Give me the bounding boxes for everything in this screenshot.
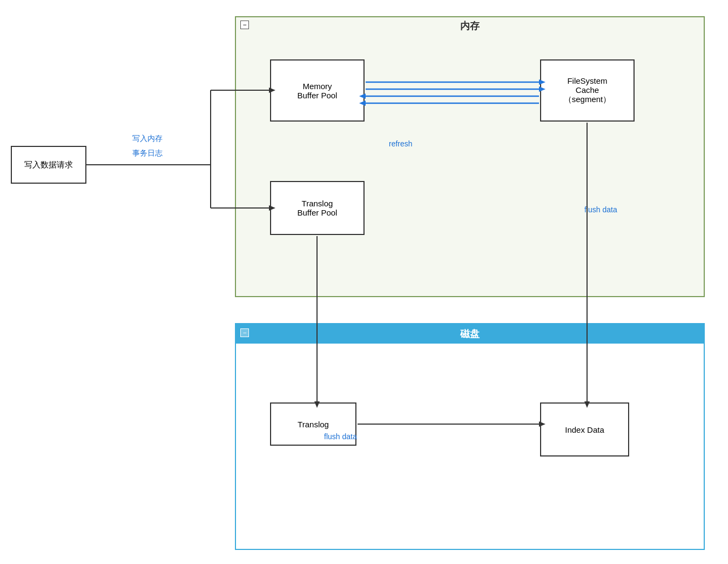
translog-buffer-pool-label: TranslogBuffer Pool — [298, 199, 338, 217]
memory-buffer-pool-box: MemoryBuffer Pool — [270, 59, 365, 122]
write-request-box: 写入数据请求 — [11, 146, 86, 184]
memory-region: − 内存 — [235, 16, 705, 297]
filesystem-cache-label: FileSystemCache（segment） — [564, 76, 611, 105]
memory-region-title: 内存 — [460, 19, 480, 32]
memory-buffer-pool-label: MemoryBuffer Pool — [298, 82, 338, 100]
write-to-memory-label: 写入内存 — [132, 134, 163, 144]
index-data-label: Index Data — [565, 425, 604, 434]
translog-buffer-pool-box: TranslogBuffer Pool — [270, 181, 365, 235]
write-request-label: 写入数据请求 — [24, 160, 73, 170]
filesystem-cache-box: FileSystemCache（segment） — [540, 59, 635, 122]
flush-data-bottom-label: flush data — [324, 432, 357, 441]
refresh-label: refresh — [389, 139, 413, 148]
disk-region-collapse-button[interactable]: − — [240, 328, 249, 337]
index-data-box: Index Data — [540, 402, 629, 456]
memory-region-collapse-button[interactable]: − — [240, 21, 249, 29]
translog-label: Translog — [298, 420, 329, 429]
memory-region-title-bar: − 内存 — [236, 17, 704, 35]
flush-data-top-label: flush data — [584, 205, 617, 214]
disk-region-title: 磁盘 — [460, 327, 480, 340]
disk-region-title-bar: − 磁盘 — [236, 324, 704, 344]
transaction-log-label: 事务日志 — [132, 149, 163, 158]
diagram-container: − 内存 − 磁盘 写入数据请求 MemoryBuffer Pool FileS… — [0, 0, 728, 564]
